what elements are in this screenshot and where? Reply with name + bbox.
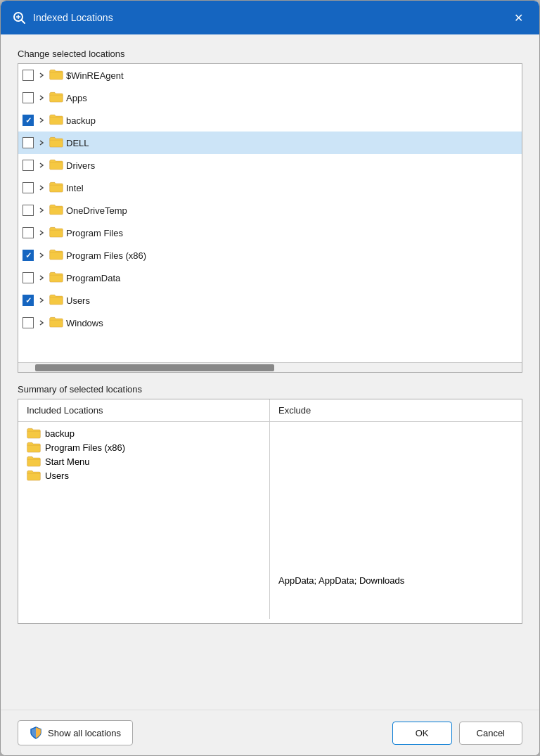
item-label-onedriv: OneDriveTemp <box>66 205 127 216</box>
footer: Show all locations OK Cancel <box>1 710 539 755</box>
checkbox-dell[interactable] <box>22 137 34 148</box>
checkbox-backup[interactable] <box>22 115 34 126</box>
checkbox-progfiles[interactable] <box>22 227 34 238</box>
chevron-intel[interactable] <box>37 183 46 193</box>
chevron-backup[interactable] <box>37 115 46 125</box>
chevron-progdata[interactable] <box>37 273 46 283</box>
checkbox-apps[interactable] <box>22 92 34 103</box>
indexed-locations-dialog: Indexed Locations ✕ Change selected loca… <box>0 0 540 756</box>
folder-icon-progfilesx86 <box>49 249 63 262</box>
dialog-title: Indexed Locations <box>33 12 113 23</box>
cancel-button[interactable]: Cancel <box>459 722 522 745</box>
show-all-label: Show all locations <box>48 728 121 738</box>
item-label-apps: Apps <box>66 93 87 103</box>
close-button[interactable]: ✕ <box>508 8 528 27</box>
folder-icon-progdata <box>49 271 63 285</box>
summary-header: Included Locations Exclude <box>18 399 522 422</box>
chevron-progfiles[interactable] <box>37 228 46 238</box>
summary-exclude-label: AppData; AppData; Downloads <box>278 575 404 586</box>
checkbox-progdata[interactable] <box>22 272 34 283</box>
list-item-backup[interactable]: backup <box>18 109 522 132</box>
checkbox-drivers[interactable] <box>22 160 34 171</box>
summary-included-label: Start Menu <box>45 456 90 467</box>
item-label-windows: Windows <box>66 318 103 328</box>
summary-exclude-col: AppData; AppData; Downloads <box>270 422 522 619</box>
dialog-body: Change selected locations $WinREAgent Ap… <box>1 34 539 710</box>
hscroll-thumb <box>35 364 274 371</box>
folder-icon-onedriv <box>49 204 63 217</box>
summary-body: backup Program Files (x86) Start Menu Us… <box>18 422 522 619</box>
summary-exclude-spacer <box>278 455 513 517</box>
chevron-dell[interactable] <box>37 138 46 148</box>
locations-list-container: $WinREAgent Apps backup DELL Drivers Int… <box>18 63 522 373</box>
list-item-users[interactable]: Users <box>18 289 522 312</box>
item-label-progfilesx86: Program Files (x86) <box>66 250 146 261</box>
list-item-progfilesx86[interactable]: Program Files (x86) <box>18 244 522 267</box>
item-label-progfiles: Program Files <box>66 228 123 238</box>
title-bar: Indexed Locations ✕ <box>1 1 539 34</box>
summary-included-col: backup Program Files (x86) Start Menu Us… <box>18 422 270 619</box>
folder-icon-apps <box>49 91 63 105</box>
item-label-drivers: Drivers <box>66 160 95 171</box>
shield-icon <box>30 726 42 739</box>
list-item-intel[interactable]: Intel <box>18 177 522 199</box>
item-label-dell: DELL <box>66 138 89 148</box>
item-label-winreagent: $WinREAgent <box>66 70 124 81</box>
chevron-apps[interactable] <box>37 93 46 103</box>
checkbox-users[interactable] <box>22 295 34 306</box>
summary-included-label: Program Files (x86) <box>45 442 125 453</box>
chevron-users[interactable] <box>37 295 46 305</box>
summary-included-item: Start Menu <box>27 456 261 467</box>
summary-included-item: backup <box>27 428 261 439</box>
ok-button[interactable]: OK <box>392 722 452 745</box>
change-section-label: Change selected locations <box>18 49 522 59</box>
list-item-dell[interactable]: DELL <box>18 132 522 154</box>
checkbox-intel[interactable] <box>22 182 34 193</box>
chevron-progfilesx86[interactable] <box>37 250 46 260</box>
svg-line-1 <box>22 20 25 24</box>
list-item-windows[interactable]: Windows <box>18 312 522 334</box>
chevron-windows[interactable] <box>37 318 46 328</box>
chevron-onedriv[interactable] <box>37 205 46 215</box>
summary-included-item: Users <box>27 470 261 481</box>
title-bar-left: Indexed Locations <box>12 11 113 25</box>
folder-icon-drivers <box>49 159 63 172</box>
checkbox-onedriv[interactable] <box>22 205 34 216</box>
list-item-onedriv[interactable]: OneDriveTemp <box>18 199 522 222</box>
locations-list[interactable]: $WinREAgent Apps backup DELL Drivers Int… <box>18 64 522 362</box>
checkbox-progfilesx86[interactable] <box>22 250 34 261</box>
folder-icon-dell <box>49 136 63 150</box>
summary-included-item: Program Files (x86) <box>27 442 261 453</box>
item-label-backup: backup <box>66 115 96 126</box>
item-label-progdata: ProgramData <box>66 273 120 283</box>
chevron-drivers[interactable] <box>37 160 46 170</box>
list-item-apps[interactable]: Apps <box>18 87 522 109</box>
folder-icon-users <box>49 294 63 307</box>
checkbox-winreagent[interactable] <box>22 70 34 81</box>
change-section: Change selected locations $WinREAgent Ap… <box>18 49 522 373</box>
dialog-icon <box>12 11 26 25</box>
folder-icon-progfiles <box>49 226 63 240</box>
summary-section: Summary of selected locations Included L… <box>18 384 522 696</box>
folder-icon-winreagent <box>49 69 63 82</box>
list-item-progdata[interactable]: ProgramData <box>18 267 522 289</box>
col-header-included: Included Locations <box>18 399 270 421</box>
folder-icon-backup <box>49 114 63 127</box>
summary-table: Included Locations Exclude backup Progra… <box>18 399 522 624</box>
folder-icon-windows <box>49 316 63 330</box>
summary-included-label: Users <box>45 470 69 481</box>
chevron-winreagent[interactable] <box>37 70 46 80</box>
summary-section-label: Summary of selected locations <box>18 384 522 395</box>
list-item-drivers[interactable]: Drivers <box>18 154 522 177</box>
list-item-progfiles[interactable]: Program Files <box>18 222 522 244</box>
summary-included-label: backup <box>45 428 75 439</box>
item-label-users: Users <box>66 295 90 306</box>
list-item-winreagent[interactable]: $WinREAgent <box>18 64 522 87</box>
horizontal-scrollbar[interactable] <box>18 362 522 372</box>
summary-exclude-item: AppData; AppData; Downloads <box>278 575 513 586</box>
show-all-locations-button[interactable]: Show all locations <box>18 720 133 745</box>
footer-buttons: OK Cancel <box>392 722 522 745</box>
checkbox-windows[interactable] <box>22 317 34 328</box>
col-header-exclude: Exclude <box>270 399 522 421</box>
item-label-intel: Intel <box>66 183 84 193</box>
